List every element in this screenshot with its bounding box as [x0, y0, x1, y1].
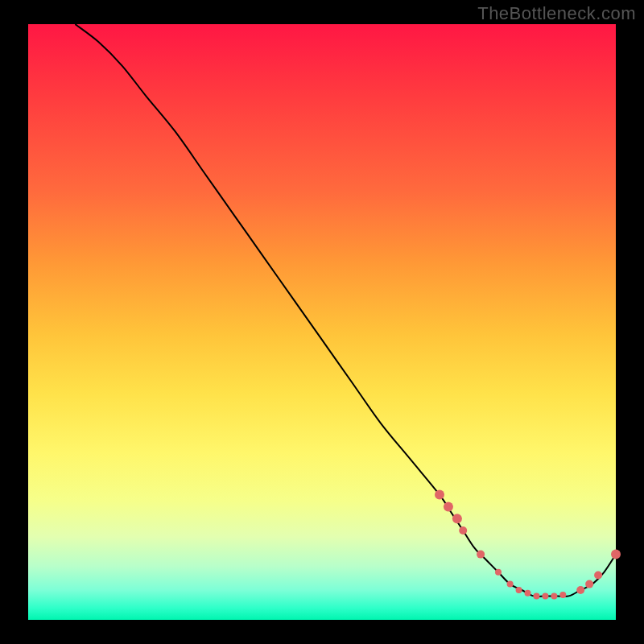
- data-marker: [459, 526, 467, 535]
- data-marker: [559, 592, 566, 598]
- chart-frame: TheBottleneck.com: [0, 0, 644, 644]
- data-marker: [551, 592, 557, 599]
- data-marker: [585, 580, 593, 588]
- data-marker: [507, 581, 514, 588]
- data-marker: [452, 514, 462, 523]
- data-marker: [495, 569, 502, 576]
- data-marker: [542, 592, 548, 599]
- bottleneck-curve: [75, 24, 616, 597]
- chart-svg: [28, 24, 616, 620]
- data-marker: [444, 502, 453, 511]
- data-marker: [435, 490, 444, 500]
- data-marker: [525, 590, 531, 597]
- data-marker: [533, 592, 539, 599]
- data-marker: [576, 586, 584, 594]
- data-marker: [611, 550, 621, 559]
- markers-layer: [435, 490, 621, 600]
- data-marker: [477, 551, 485, 559]
- curve-layer: [75, 24, 616, 597]
- plot-area: [28, 24, 616, 620]
- watermark-text: TheBottleneck.com: [477, 3, 636, 24]
- data-marker: [594, 572, 602, 580]
- data-marker: [516, 587, 522, 593]
